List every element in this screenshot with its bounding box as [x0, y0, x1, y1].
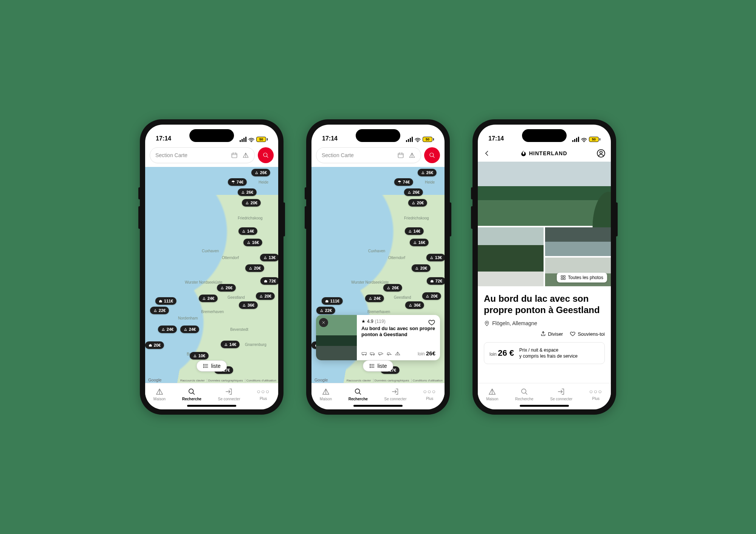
listing-detail-title: Au bord du lac avec son propre ponton à … [484, 293, 605, 316]
home-indicator[interactable] [520, 405, 569, 407]
cellular-icon [572, 137, 579, 142]
gallery-image[interactable] [478, 227, 544, 286]
home-indicator[interactable] [353, 405, 403, 407]
price-pin[interactable]: 14€ [239, 227, 257, 235]
price-pin[interactable]: 26€ [404, 188, 423, 196]
search-button[interactable] [258, 147, 274, 163]
search-input[interactable]: Section Carte [150, 147, 255, 163]
price-pin[interactable]: 20€ [242, 199, 261, 207]
price-pin[interactable]: 20€ [256, 292, 275, 300]
svg-rect-8 [398, 153, 403, 158]
gallery-image[interactable]: Toutes les photos [545, 258, 611, 286]
map-place-label: Friedrichskoog [238, 216, 263, 220]
home-indicator[interactable] [187, 405, 236, 407]
price-pin[interactable]: 36€ [405, 301, 424, 309]
listing-location: Flögeln, Allemagne [484, 320, 605, 326]
calendar-icon[interactable] [397, 152, 404, 159]
wifi-icon [581, 137, 587, 142]
price-pin[interactable]: 74€ [394, 178, 413, 186]
all-photos-button[interactable]: Toutes les photos [557, 273, 607, 282]
heart-icon[interactable] [428, 319, 435, 326]
price-pin[interactable]: 13€ [260, 254, 278, 261]
price-pin[interactable]: 20€ [412, 264, 431, 272]
profile-icon[interactable] [596, 149, 606, 158]
tab-search[interactable]: Recherche [515, 387, 533, 401]
price-pin[interactable]: 14€ [221, 341, 240, 348]
price-pin[interactable]: 72€ [427, 277, 445, 285]
calendar-icon[interactable] [231, 152, 238, 159]
tab-more[interactable]: ○○○Plus [423, 388, 436, 401]
map[interactable]: HeideBüsumFriedrichskoogCuxhavenOtterndo… [145, 167, 278, 383]
map-place-label: Heide [259, 180, 268, 184]
list-toggle-button[interactable]: liste [363, 360, 393, 372]
price-pin[interactable]: 26€ [238, 188, 257, 196]
price-pin[interactable]: 20€ [422, 292, 441, 300]
gallery-image[interactable] [545, 227, 611, 256]
search-placeholder: Section Carte [155, 152, 187, 158]
svg-point-20 [370, 367, 370, 367]
tab-login[interactable]: Se connecter [218, 387, 240, 401]
tent-icon [488, 387, 496, 396]
price-pin[interactable]: 24€ [158, 326, 177, 333]
price-pin[interactable]: 13€ [426, 254, 445, 261]
price-pin[interactable]: 74€ [228, 178, 247, 186]
listing-preview-card[interactable]: ★ 4.9 (119) Au bord du lac avec son prop… [316, 315, 440, 360]
price-pin[interactable]: 16€ [243, 239, 262, 246]
tab-more[interactable]: ○○○Plus [589, 388, 603, 401]
price-pin[interactable]: 10€ [190, 352, 209, 360]
price-pin[interactable]: 26€ [383, 284, 402, 292]
price-pin[interactable]: 22€ [316, 307, 335, 314]
battery-icon: 50 [589, 137, 600, 142]
price-pin[interactable]: 20€ [408, 199, 427, 207]
phone-detail: 17:14 50 HINTERLAND Toutes les photos [472, 119, 616, 415]
tab-search[interactable]: Recherche [349, 387, 368, 401]
svg-point-7 [417, 142, 418, 142]
price-pin[interactable]: 111€ [155, 297, 177, 305]
phone-map: 17:14 50 Section Carte HeideBüsum [140, 119, 284, 415]
map-place-label: Friedrichskoog [404, 216, 429, 220]
map-place-label: Wurster Nordseeküste [351, 280, 389, 284]
price-pin[interactable]: 20€ [145, 341, 164, 349]
tab-search[interactable]: Recherche [182, 387, 201, 401]
tent-filter-icon[interactable] [409, 152, 415, 159]
price-pin[interactable]: 14€ [405, 227, 424, 235]
tab-home[interactable]: Maison [320, 387, 332, 401]
price-pin[interactable]: 26€ [217, 284, 236, 292]
search-input[interactable]: Section Carte [316, 147, 421, 163]
tent-filter-icon[interactable] [242, 152, 249, 159]
price-pin[interactable]: 36€ [239, 301, 258, 309]
price-pin[interactable]: 26€ [251, 169, 270, 176]
photo-gallery[interactable]: Toutes les photos [478, 226, 611, 286]
grid-icon [561, 275, 566, 280]
price-pin[interactable]: 24€ [180, 326, 199, 333]
tab-home[interactable]: Maison [153, 387, 166, 401]
map-place-label: Wurster Nordseeküste [185, 280, 222, 284]
price-pin[interactable]: 16€ [410, 239, 429, 246]
map-place-label: Otterndorf [388, 256, 405, 260]
svg-point-17 [388, 354, 389, 355]
tab-login[interactable]: Se connecter [550, 387, 573, 401]
price-pin[interactable]: 26€ [418, 169, 437, 176]
tab-more[interactable]: ○○○ Plus [257, 388, 270, 401]
more-icon: ○○○ [423, 388, 436, 395]
price-pin[interactable]: 24€ [365, 295, 384, 302]
svg-point-13 [371, 354, 372, 355]
price-pin[interactable]: 24€ [199, 295, 218, 302]
save-button[interactable]: Souviens-toi [570, 331, 605, 337]
price-pin[interactable]: 72€ [260, 277, 278, 285]
back-icon[interactable] [483, 150, 491, 157]
tab-login[interactable]: Se connecter [384, 387, 407, 401]
search-button[interactable] [424, 147, 440, 163]
share-button[interactable]: Diviser [540, 331, 563, 337]
list-toggle-button[interactable]: liste [197, 360, 227, 372]
price-pin[interactable]: 22€ [150, 307, 169, 314]
dynamic-island [189, 129, 234, 142]
hero-image[interactable] [478, 162, 611, 226]
map[interactable]: HeideBüsumFriedrichskoogCuxhavenOtterndo… [311, 167, 445, 383]
close-button[interactable] [319, 318, 328, 327]
svg-rect-15 [378, 353, 382, 355]
login-icon [557, 387, 565, 396]
tab-home[interactable]: Maison [486, 387, 498, 401]
price-pin[interactable]: 111€ [322, 297, 343, 305]
price-pin[interactable]: 20€ [245, 264, 264, 272]
